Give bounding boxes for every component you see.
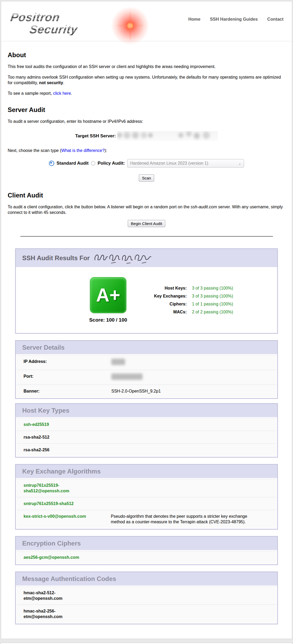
- algorithm-note: [111, 501, 255, 506]
- key-exchange-heading: Key Exchange Algorithms: [16, 465, 277, 478]
- host-key-row: rsa-sha2-256: [17, 443, 276, 456]
- algorithm-name: sntrup761x25519-sha512: [24, 501, 74, 506]
- algorithm-name: hmac-sha2-512-etm@openssh.com: [24, 590, 90, 601]
- begin-client-audit-button[interactable]: Begin Client Audit: [128, 220, 165, 227]
- key-exchange-row: sntrup761x25519-sha512: [17, 497, 276, 510]
- results-summary: Host Keys: 3 of 3 passing (100%) Key Exc…: [147, 285, 233, 315]
- site-header: Positron Security HomeSSH Hardening Guid…: [1, 1, 292, 41]
- grade-badge: A+: [90, 277, 126, 313]
- summary-label: Ciphers:: [147, 301, 187, 307]
- key-exchange-panel: Key Exchange Algorithms sntrup761x25519-…: [15, 464, 278, 530]
- host-key-types-panel: Host Key Types ssh-ed25519 rsa-sha2-512 …: [15, 403, 278, 458]
- server-details-panel: Server Details IP Address: Port: Banner:: [15, 340, 278, 399]
- policy-audit-radio[interactable]: [91, 161, 95, 165]
- host-key-rows: ssh-ed25519 rsa-sha2-512 rsa-sha2-256: [16, 417, 277, 457]
- client-audit-paragraph: To audit a client configuration, click t…: [8, 204, 285, 215]
- about-paragraph-2: Too many admins overlook SSH configurati…: [8, 74, 285, 85]
- grade-block: A+ Score: 100 / 100: [82, 277, 134, 323]
- host-key-types-heading: Host Key Types: [16, 404, 277, 417]
- scan-type-options: Standard Audit Policy Audit: Hardened Am…: [1, 159, 292, 168]
- redacted-blur: [111, 373, 143, 380]
- nav-link[interactable]: SSH Hardening Guides: [210, 17, 258, 22]
- algorithm-name: kex-strict-s-v00@openssh.com: [24, 514, 86, 519]
- encryption-ciphers-panel: Encryption Ciphers aes256-gcm@openssh.co…: [15, 536, 278, 565]
- chevron-down-icon: ⌄: [238, 161, 241, 165]
- scan-button-row: Scan: [1, 174, 292, 182]
- algorithm-note: Pseudo-algorithm that denotes the peer s…: [111, 514, 255, 525]
- host-key-row: ssh-ed25519: [17, 418, 276, 431]
- results-panel-header: SSH Audit Results For: [16, 249, 277, 267]
- sample-report-link[interactable]: click here: [53, 91, 71, 96]
- mac-row: hmac-sha2-512-etm@openssh.com: [17, 586, 276, 605]
- algorithm-name: hmac-sha2-256-etm@openssh.com: [24, 608, 90, 619]
- policy-select-value: Hardened Amazon Linux 2023 (version 1): [130, 161, 208, 166]
- algorithm-name-cell: sntrup761x25519-sha512@openssh.com: [24, 483, 111, 494]
- summary-value: 3 of 3 passing (100%): [192, 293, 233, 299]
- difference-link[interactable]: What is the difference?: [61, 148, 104, 153]
- key-exchange-row: kex-strict-s-v00@openssh.com Pseudo-algo…: [17, 510, 276, 528]
- results-panel: SSH Audit Results For A+ Score: 100 / 10…: [15, 248, 278, 334]
- client-audit-heading: Client Audit: [8, 192, 285, 199]
- key-exchange-rows: sntrup761x25519-sha512@openssh.com sntru…: [16, 478, 277, 529]
- redacted-hostname-scribble: [93, 252, 154, 264]
- about-paragraph-3: To see a sample report, click here.: [8, 91, 285, 96]
- score-label: Score: 100 / 100: [89, 317, 127, 323]
- ssh-audit-domain-italic: ssh-audit.com: [191, 205, 217, 209]
- not-security-bold: not security: [39, 80, 63, 85]
- host-key-row: rsa-sha2-512: [17, 431, 276, 443]
- detail-value: SSH-2.0-OpenSSH_9.2p1: [111, 388, 161, 394]
- summary-value: 2 of 2 passing (100%): [192, 309, 233, 315]
- red-starburst-icon: [106, 2, 154, 49]
- algorithm-name-cell: kex-strict-s-v00@openssh.com: [24, 514, 111, 525]
- about-paragraph-1: This free tool audits the configuration …: [8, 64, 285, 69]
- cipher-rows: aes256-gcm@openssh.com: [16, 550, 277, 564]
- scan-button[interactable]: Scan: [139, 174, 154, 182]
- page: Positron Security HomeSSH Hardening Guid…: [0, 0, 293, 644]
- redacted-blur: [117, 131, 218, 141]
- nav-link[interactable]: Contact: [267, 17, 283, 22]
- macs-panel: Message Authentication Codes hmac-sha2-5…: [15, 571, 278, 624]
- algorithm-name-cell: sntrup761x25519-sha512: [24, 501, 111, 506]
- algorithm-name: ssh-ed25519: [24, 422, 49, 427]
- about-heading: About: [8, 51, 285, 59]
- summary-value: 1 of 1 passing (100%): [192, 301, 233, 307]
- logo[interactable]: Positron Security: [9, 11, 157, 40]
- server-detail-row: IP Address:: [17, 355, 276, 370]
- mac-row: hmac-sha2-256-etm@openssh.com: [17, 605, 276, 623]
- target-server-input[interactable]: [117, 131, 218, 141]
- macs-heading: Message Authentication Codes: [16, 572, 277, 586]
- mac-rows: hmac-sha2-512-etm@openssh.com hmac-sha2-…: [16, 586, 277, 624]
- client-audit-button-row: Begin Client Audit: [1, 220, 292, 227]
- summary-label: Key Exchanges:: [147, 293, 187, 299]
- policy-audit-label: Policy Audit:: [98, 161, 125, 166]
- logo-text-line1: Positron: [10, 11, 61, 23]
- encryption-ciphers-heading: Encryption Ciphers: [16, 537, 277, 550]
- main-nav: HomeSSH Hardening GuidesContact: [188, 17, 283, 22]
- summary-label: Host Keys:: [147, 285, 187, 291]
- algorithm-name: aes256-gcm@openssh.com: [24, 555, 79, 560]
- server-details-rows: IP Address: Port: Banner: SSH-2.0-OpenSS…: [16, 354, 277, 398]
- grade-letter: A+: [96, 285, 120, 306]
- detail-label: Banner:: [24, 388, 111, 394]
- standard-audit-label: Standard Audit: [57, 161, 89, 166]
- scan-type-line: Next, choose the scan type (What is the …: [8, 148, 285, 153]
- detail-value: [111, 359, 125, 366]
- key-exchange-row: sntrup761x25519-sha512@openssh.com: [17, 479, 276, 497]
- results-body: A+ Score: 100 / 100 Host Keys: 3 of 3 pa…: [16, 267, 277, 333]
- server-audit-intro: To audit a server configuration, enter i…: [8, 119, 285, 124]
- site-footer: sshaudit.com Copyright 2017-2023 Positro…: [1, 643, 292, 644]
- redacted-blur: [111, 359, 125, 365]
- target-server-row: Target SSH Server:: [1, 131, 292, 141]
- algorithm-name: rsa-sha2-256: [24, 447, 49, 453]
- policy-select[interactable]: Hardened Amazon Linux 2023 (version 1) ⌄: [127, 159, 244, 168]
- nav-link[interactable]: Home: [188, 17, 200, 22]
- server-audit-heading: Server Audit: [8, 106, 285, 114]
- logo-text-line2: Security: [29, 24, 79, 35]
- algorithm-note: [111, 483, 255, 494]
- standard-audit-radio[interactable]: [49, 161, 54, 166]
- main-content: Positron Security HomeSSH Hardening Guid…: [1, 1, 292, 639]
- cipher-row: aes256-gcm@openssh.com: [17, 551, 276, 564]
- algorithm-name: rsa-sha2-512: [24, 434, 49, 440]
- summary-value: 3 of 3 passing (100%): [192, 285, 233, 291]
- results-heading-text: SSH Audit Results For: [22, 254, 90, 262]
